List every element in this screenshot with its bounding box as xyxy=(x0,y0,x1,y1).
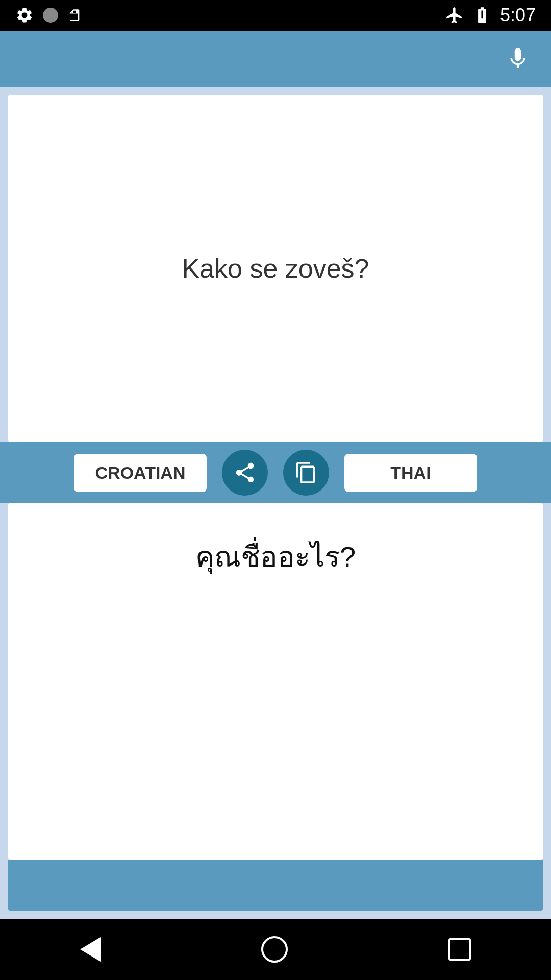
mic-icon xyxy=(505,43,531,74)
sd-card-icon xyxy=(67,7,82,23)
target-language-button[interactable]: THAI xyxy=(344,454,477,492)
recents-button[interactable] xyxy=(448,938,471,961)
nav-bar xyxy=(0,919,551,980)
source-text: Kako se zoveš? xyxy=(161,233,389,304)
dot-icon xyxy=(43,8,58,23)
app-container: Kako se zoveš? CROATIAN THAI คุณชื่ออะไร… xyxy=(0,31,551,919)
top-toolbar xyxy=(0,31,551,87)
home-button[interactable] xyxy=(261,936,288,963)
copy-icon xyxy=(294,461,318,484)
source-panel: Kako se zoveš? xyxy=(8,95,543,442)
translation-panel: คุณชื่ออะไร? xyxy=(8,503,543,860)
battery-icon xyxy=(472,6,492,25)
translation-text: คุณชื่ออะไร? xyxy=(195,534,356,579)
home-icon xyxy=(261,936,288,963)
language-bar: CROATIAN THAI xyxy=(0,442,551,503)
source-language-button[interactable]: CROATIAN xyxy=(74,454,207,492)
status-bar: 5:07 xyxy=(0,0,551,31)
status-time: 5:07 xyxy=(500,5,536,26)
recents-icon xyxy=(448,938,471,961)
airplane-icon xyxy=(445,6,464,25)
mic-button[interactable] xyxy=(505,43,531,74)
status-icons-left xyxy=(15,6,82,24)
status-icons-right: 5:07 xyxy=(445,5,536,26)
copy-button[interactable] xyxy=(283,450,329,496)
back-icon xyxy=(80,937,101,962)
back-button[interactable] xyxy=(80,937,101,962)
bottom-blue-bar xyxy=(8,860,543,911)
share-button[interactable] xyxy=(222,450,268,496)
share-icon xyxy=(233,461,257,484)
gear-icon xyxy=(15,6,34,24)
